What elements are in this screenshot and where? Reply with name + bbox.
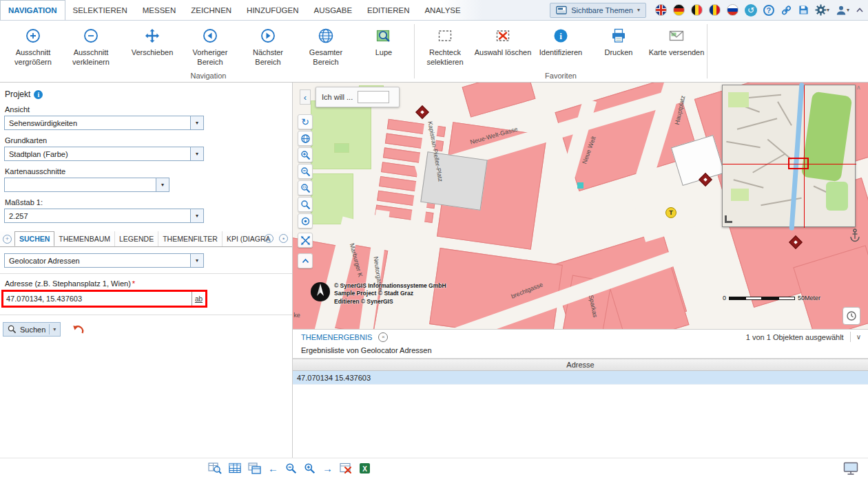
visible-themes-button[interactable]: Sichtbare Themen ▾ (550, 3, 646, 18)
tab-ausgabe[interactable]: AUSGABE (307, 0, 360, 20)
panel-tab-suchen[interactable]: SUCHEN (14, 231, 54, 246)
zoom-out-icon[interactable] (298, 164, 313, 179)
link-icon[interactable] (781, 5, 792, 16)
reset-icon[interactable]: ↺ (745, 4, 757, 17)
pan-button[interactable]: Verschieben (123, 24, 181, 58)
tab-selektieren[interactable]: SELEKTIEREN (65, 0, 135, 20)
panel-tab-themenfilter[interactable]: THEMENFILTER (158, 231, 223, 246)
chevron-down-icon[interactable]: ▾ (190, 209, 203, 222)
massstab-select[interactable]: 2.257 ▾ (4, 209, 204, 223)
collapse-panel-button[interactable]: ‹ (300, 89, 311, 105)
tram-stop-marker[interactable]: T (665, 207, 676, 218)
history-clock-icon[interactable] (843, 307, 860, 325)
result-tab-themenergebnis[interactable]: THEMENERGEBNIS (301, 333, 372, 341)
map-canvas[interactable]: Hauptplatz Neue-Welt-Gasse Neue Welt Kap… (293, 83, 868, 329)
flag-russia-icon[interactable] (727, 4, 738, 16)
print-button[interactable]: Drucken (590, 24, 648, 58)
select-rectangle-button[interactable]: Rechteck selektieren (416, 24, 474, 67)
zoom-free-icon[interactable] (298, 197, 313, 212)
address-label: Adresse (z.B. Stephansplatz 1, Wien)* (5, 279, 292, 288)
tab-navigation[interactable]: NAVIGATION (0, 0, 65, 20)
globe-extent-icon[interactable] (298, 131, 313, 146)
circle-plus-icon[interactable]: + (3, 235, 12, 244)
table-zoom-icon[interactable] (208, 462, 222, 474)
anchor-icon[interactable] (849, 228, 860, 242)
chevron-down-icon[interactable]: ▾ (156, 178, 169, 191)
magnifier-button[interactable]: Lupe (355, 24, 413, 58)
chevron-down-icon[interactable]: ▾ (190, 147, 203, 160)
collapse-up-icon[interactable] (856, 7, 864, 13)
grundkarten-select[interactable]: Stadtplan (Farbe) ▾ (4, 147, 204, 161)
monitor-icon[interactable] (843, 462, 858, 476)
overview-extent-rect[interactable] (788, 158, 809, 169)
overview-crosshair (804, 85, 805, 228)
chevron-down-icon[interactable]: ▾ (190, 254, 203, 267)
user-icon[interactable]: ▾ (836, 5, 849, 16)
zoom-in-icon[interactable] (298, 147, 313, 162)
zoom-out-extent-button[interactable]: Ausschnitt verkleinern (62, 24, 120, 67)
result-zoom-in-icon[interactable] (304, 462, 316, 474)
next-extent-button[interactable]: Nächster Bereich (239, 24, 297, 67)
close-icon[interactable]: × (378, 332, 388, 342)
next-record-icon[interactable]: → (322, 462, 333, 474)
chevron-down-icon[interactable]: ▾ (190, 116, 203, 129)
overview-map[interactable] (722, 85, 856, 227)
selection-point-marker (577, 182, 583, 189)
excel-export-icon[interactable]: X (359, 462, 371, 474)
overview-resize-handle[interactable] (725, 215, 732, 223)
column-header-adresse[interactable]: Adresse (293, 359, 868, 371)
zoom-in-extent-button[interactable]: Ausschnitt vergrößern (4, 24, 62, 67)
kartenausschnitte-label: Kartenausschnitte (5, 167, 292, 175)
print-icon (610, 25, 628, 46)
kartenausschnitte-select[interactable]: ▾ (4, 178, 169, 192)
tab-messen[interactable]: MESSEN (135, 0, 184, 20)
send-map-button[interactable]: Karte versenden (648, 24, 705, 58)
flag-belgium-icon[interactable] (691, 4, 703, 16)
tab-scroll-right-icon[interactable]: ▸ (265, 234, 273, 243)
i-will-input[interactable] (358, 91, 389, 103)
extent-arrows-icon[interactable] (298, 233, 313, 248)
table-remove-icon[interactable] (340, 462, 352, 473)
tab-editieren[interactable]: EDITIEREN (360, 0, 417, 20)
table-row[interactable]: 47.070134 15.437603 (293, 371, 868, 385)
panel-tab-themenbaum[interactable]: THEMENBAUM (54, 231, 115, 246)
ribbon-group-navigation: Ausschnitt vergrößern Ausschnitt verklei… (4, 21, 413, 82)
settings-gear-icon[interactable]: ▾ (815, 4, 829, 16)
map-scroll-up-icon[interactable]: ∧ (856, 84, 861, 91)
clear-selection-icon (494, 25, 512, 46)
zoom-window-icon[interactable] (298, 180, 313, 195)
geolocator-select[interactable]: Geolocator Adressen ▾ (4, 253, 204, 268)
flag-english-icon[interactable] (655, 4, 667, 16)
center-map-icon[interactable] (298, 213, 313, 228)
tab-overflow-icon[interactable]: • (279, 234, 288, 243)
refresh-map-icon[interactable]: ↻ (298, 114, 313, 129)
full-extent-button[interactable]: Gesamter Bereich (297, 24, 355, 67)
svg-text:i: i (559, 31, 562, 41)
table-copy-icon[interactable] (248, 462, 261, 474)
undo-search-icon[interactable] (72, 324, 85, 334)
ansicht-select[interactable]: Sehenswürdigkeiten ▾ (4, 116, 204, 130)
search-button[interactable]: Suchen ▾ (3, 322, 61, 337)
address-input[interactable] (3, 292, 192, 306)
i-will-search-box[interactable]: Ich will ... (316, 87, 400, 107)
tab-analyse[interactable]: ANALYSE (417, 0, 468, 20)
ribbon-separator (707, 24, 707, 78)
ab-text-icon[interactable]: ab (192, 292, 205, 306)
identify-button[interactable]: i Identifizieren (532, 24, 590, 58)
tab-hinzufuegen[interactable]: HINZUFÜGEN (239, 0, 306, 20)
panel-expand-chevron-icon[interactable]: ∨ (850, 332, 864, 342)
tab-zeichnen[interactable]: ZEICHNEN (183, 0, 239, 20)
toolbar-collapse-up-icon[interactable] (298, 253, 313, 268)
flag-romania-icon[interactable] (709, 4, 721, 16)
previous-extent-button[interactable]: Vorheriger Bereich (181, 24, 239, 67)
previous-record-icon[interactable]: ← (268, 462, 278, 474)
result-zoom-out-icon[interactable] (285, 462, 297, 474)
attribute-table-icon[interactable] (229, 462, 241, 473)
flag-german-icon[interactable] (673, 4, 685, 16)
help-icon[interactable]: ? (763, 5, 774, 16)
panel-tab-legende[interactable]: LEGENDE (115, 231, 158, 246)
info-icon[interactable]: i (34, 90, 43, 99)
clear-selection-button[interactable]: Auswahl löschen (474, 24, 532, 58)
previous-extent-icon (201, 25, 219, 46)
save-icon[interactable] (798, 5, 809, 15)
